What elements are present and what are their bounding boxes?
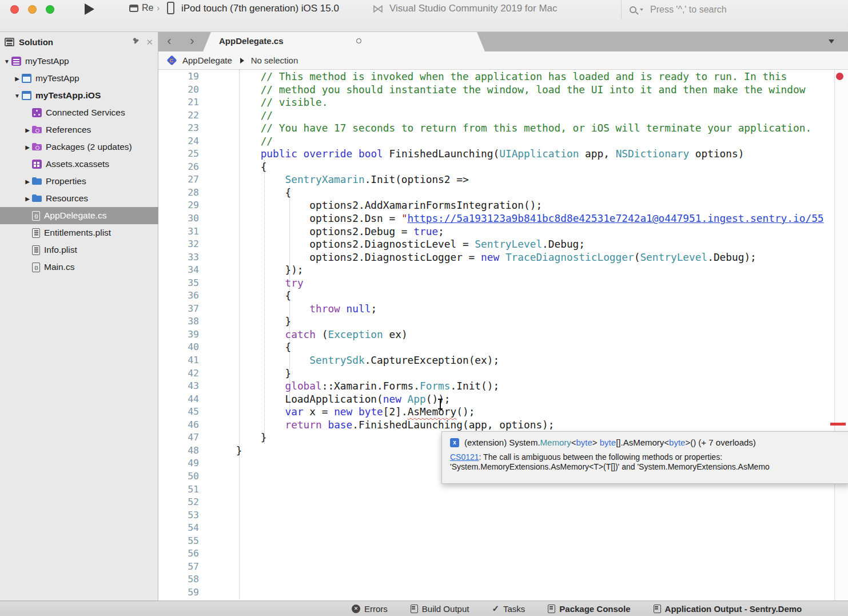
disclosure-collapsed-icon[interactable]: ▶ (23, 144, 32, 150)
solution-tree-item-mytestapp[interactable]: ▼myTestApp (0, 53, 158, 70)
line-number[interactable]: 45 (158, 406, 210, 419)
line-number[interactable]: 32 (158, 238, 210, 251)
code-line-53[interactable]: 53 (158, 509, 824, 522)
code-line-32[interactable]: 32 options2.DiagnosticLevel = SentryLeve… (158, 238, 824, 251)
code-line-55[interactable]: 55 (158, 535, 824, 548)
line-number[interactable]: 43 (158, 380, 210, 393)
line-number[interactable]: 27 (158, 173, 210, 186)
disclosure-collapsed-icon[interactable]: ▶ (23, 127, 32, 133)
global-search[interactable] (621, 0, 848, 19)
code-line-36[interactable]: 36 { (158, 289, 824, 303)
breadcrumb-member[interactable]: No selection (251, 55, 298, 65)
line-number[interactable]: 28 (158, 186, 210, 200)
code-line-52[interactable]: 52 (158, 496, 824, 509)
code-line-34[interactable]: 34 }); (158, 264, 824, 277)
zoom-window-button[interactable] (46, 5, 54, 14)
line-number[interactable]: 25 (158, 148, 210, 161)
line-number[interactable]: 30 (158, 212, 210, 225)
navigate-back-button[interactable]: ‹ (162, 34, 177, 49)
code-line-59[interactable]: 59 (158, 586, 824, 599)
code-line-25[interactable]: 25 public override bool FinishedLaunchin… (158, 148, 824, 161)
solution-tree-item-connected-services[interactable]: Connected Services (0, 104, 158, 121)
line-number[interactable]: 44 (158, 393, 210, 406)
code-line-28[interactable]: 28 { (158, 186, 824, 200)
code-line-31[interactable]: 31 options2.Debug = true; (158, 225, 824, 239)
line-number[interactable]: 47 (158, 431, 210, 444)
tab-appdelegate[interactable]: AppDelegate.cs (203, 32, 485, 51)
close-window-button[interactable] (10, 5, 19, 14)
pad-tab-application-output-sentry-demo[interactable]: Application Output - Sentry.Demo (654, 604, 802, 614)
scroll-indicator-margin[interactable] (834, 70, 848, 601)
code-line-37[interactable]: 37 throw null; (158, 303, 824, 316)
code-line-56[interactable]: 56 (158, 547, 824, 561)
solution-tree-item-info-plist[interactable]: Info.plist (0, 241, 158, 259)
code-line-38[interactable]: 38 } (158, 315, 824, 328)
line-number[interactable]: 52 (158, 496, 210, 509)
code-line-40[interactable]: 40 { (158, 341, 824, 354)
close-pad-icon[interactable]: ✕ (146, 38, 153, 46)
pad-tab-errors[interactable]: ✕Errors (352, 604, 388, 614)
code-line-42[interactable]: 42 } (158, 367, 824, 380)
code-line-24[interactable]: 24 // (158, 135, 824, 148)
code-editor[interactable]: 19 // This method is invoked when the ap… (158, 70, 848, 601)
line-number[interactable]: 37 (158, 303, 210, 316)
pad-tab-build-output[interactable]: Build Output (411, 604, 469, 614)
line-number[interactable]: 54 (158, 522, 210, 535)
line-number[interactable]: 24 (158, 135, 210, 148)
solution-tree-item-mytestapp[interactable]: ▶myTestApp (0, 70, 158, 87)
line-number[interactable]: 29 (158, 199, 210, 212)
disclosure-collapsed-icon[interactable]: ▶ (13, 75, 22, 82)
disclosure-expanded-icon[interactable]: ▼ (13, 93, 22, 99)
line-number[interactable]: 31 (158, 225, 210, 239)
line-number[interactable]: 41 (158, 354, 210, 367)
line-number[interactable]: 38 (158, 315, 210, 328)
solution-tree-item-references[interactable]: ▶References (0, 121, 158, 138)
navigate-forward-button[interactable]: › (185, 34, 200, 49)
line-number[interactable]: 50 (158, 470, 210, 483)
code-line-20[interactable]: 20 // method you should instantiate the … (158, 84, 824, 97)
run-play-button[interactable] (85, 3, 94, 15)
line-number[interactable]: 22 (158, 109, 210, 122)
code-line-39[interactable]: 39 catch (Exception ex) (158, 328, 824, 341)
line-number[interactable]: 59 (158, 586, 210, 599)
line-number[interactable]: 21 (158, 96, 210, 109)
code-line-22[interactable]: 22 // (158, 109, 824, 122)
line-number[interactable]: 40 (158, 341, 210, 354)
line-number[interactable]: 23 (158, 122, 210, 135)
code-line-44[interactable]: 44 LoadApplication(new App()); (158, 393, 824, 406)
solution-tree-item-entitlements-plist[interactable]: Entitlements.plist (0, 224, 158, 241)
code-line-21[interactable]: 21 // visible. (158, 96, 824, 109)
line-number[interactable]: 49 (158, 457, 210, 470)
code-line-19[interactable]: 19 // This method is invoked when the ap… (158, 70, 824, 84)
solution-tree-item-assets-xcassets[interactable]: Assets.xcassets (0, 156, 158, 173)
tab-list-dropdown-icon[interactable] (829, 39, 834, 43)
line-number[interactable]: 53 (158, 509, 210, 522)
configuration-selector[interactable]: Re › (129, 3, 160, 13)
error-indicator-dot-icon[interactable] (836, 73, 843, 80)
disclosure-collapsed-icon[interactable]: ▶ (23, 178, 32, 185)
code-line-30[interactable]: 30 options2.Dsn = "https://5a193123a9b84… (158, 212, 824, 225)
line-number[interactable]: 33 (158, 251, 210, 264)
code-line-27[interactable]: 27 SentryXamarin.Init(options2 => (158, 173, 824, 186)
code-line-35[interactable]: 35 try (158, 277, 824, 290)
search-input[interactable] (649, 4, 823, 15)
search-scope-chevron-icon[interactable] (640, 9, 643, 11)
minimize-window-button[interactable] (28, 5, 37, 14)
solution-tree-item-appdelegate-cs[interactable]: AppDelegate.cs (0, 207, 158, 224)
code-line-43[interactable]: 43 global::Xamarin.Forms.Forms.Init(); (158, 380, 824, 393)
code-line-51[interactable]: 51 (158, 483, 824, 496)
line-number[interactable]: 39 (158, 328, 210, 341)
line-number[interactable]: 36 (158, 289, 210, 303)
line-number[interactable]: 42 (158, 367, 210, 380)
code-line-54[interactable]: 54 (158, 522, 824, 535)
code-line-58[interactable]: 58 (158, 573, 824, 586)
code-line-26[interactable]: 26 { (158, 161, 824, 174)
solution-tree-item-resources[interactable]: ▶Resources (0, 190, 158, 207)
line-number[interactable]: 19 (158, 70, 210, 84)
code-line-46[interactable]: 46 return base.FinishedLaunching(app, op… (158, 419, 824, 432)
solution-tree-item-properties[interactable]: ▶Properties (0, 173, 158, 190)
line-number[interactable]: 35 (158, 277, 210, 290)
pin-pad-icon[interactable] (132, 38, 140, 46)
line-number[interactable]: 26 (158, 161, 210, 174)
code-line-57[interactable]: 57 (158, 561, 824, 574)
